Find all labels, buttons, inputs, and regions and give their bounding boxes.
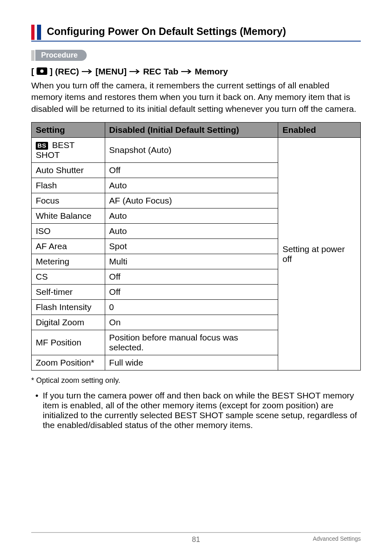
heading-accent-blue xyxy=(37,25,41,40)
bracket-close: ] xyxy=(50,67,53,76)
cell-setting: AF Area xyxy=(32,239,105,254)
heading-underline xyxy=(31,41,361,42)
path-rec-tab: REC Tab xyxy=(143,67,178,76)
heading-accent-red xyxy=(31,25,35,40)
cell-disabled: Position before manual focus was selecte… xyxy=(105,330,278,355)
cell-disabled: Full wide xyxy=(105,355,278,370)
path-memory: Memory xyxy=(195,67,228,76)
procedure-label: Procedure xyxy=(35,50,87,61)
bracket-open: [ xyxy=(31,67,34,76)
cell-setting: CS xyxy=(32,269,105,285)
footer-divider xyxy=(31,532,361,533)
page-number: 81 xyxy=(192,535,200,544)
arrow-icon xyxy=(181,67,192,76)
section-title: Configuring Power On Default Settings (M… xyxy=(47,25,361,40)
cell-disabled: Spot xyxy=(105,239,278,254)
col-enabled: Enabled xyxy=(278,123,361,138)
cell-setting: Self-timer xyxy=(32,285,105,300)
section-heading-wrap: Configuring Power On Default Settings (M… xyxy=(31,25,361,40)
path-menu: [MENU] xyxy=(95,67,127,76)
cell-setting: Auto Shutter xyxy=(32,163,105,178)
cell-disabled: Off xyxy=(105,163,278,178)
arrow-icon xyxy=(129,67,141,76)
rec-label: (REC) xyxy=(55,67,79,76)
cell-disabled: AF (Auto Focus) xyxy=(105,193,278,208)
arrow-icon xyxy=(81,67,93,76)
cell-setting: White Balance xyxy=(32,208,105,224)
cell-disabled: Auto xyxy=(105,208,278,224)
cell-disabled: On xyxy=(105,315,278,330)
intro-paragraph: When you turn off the camera, it remembe… xyxy=(31,80,361,115)
bs-badge-icon: BS xyxy=(36,142,48,150)
memory-settings-table: Setting Disabled (Initial Default Settin… xyxy=(31,122,361,370)
cell-setting: MF Position xyxy=(32,330,105,355)
cell-disabled: Off xyxy=(105,285,278,300)
camera-icon xyxy=(37,67,47,75)
cell-setting: BS BEST SHOT xyxy=(32,138,105,163)
table-header-row: Setting Disabled (Initial Default Settin… xyxy=(32,123,361,138)
cell-disabled: Snapshot (Auto) xyxy=(105,138,278,163)
footer-section-label: Advanced Settings xyxy=(313,535,361,542)
col-disabled: Disabled (Initial Default Setting) xyxy=(105,123,278,138)
cell-setting: Zoom Position* xyxy=(32,355,105,370)
col-setting: Setting xyxy=(32,123,105,138)
note-list: If you turn the camera power off and the… xyxy=(31,391,361,430)
cell-setting: Flash xyxy=(32,178,105,193)
footnote: * Optical zoom setting only. xyxy=(31,376,361,385)
procedure-accent-bar xyxy=(31,50,35,61)
cell-disabled: Auto xyxy=(105,224,278,239)
cell-setting: Metering xyxy=(32,254,105,269)
cell-disabled: Multi xyxy=(105,254,278,269)
cell-setting: Focus xyxy=(32,193,105,208)
cell-disabled: Off xyxy=(105,269,278,285)
cell-disabled: Auto xyxy=(105,178,278,193)
page-footer: 81 Advanced Settings xyxy=(31,532,361,544)
cell-enabled: Setting at power off xyxy=(278,138,361,370)
cell-setting: ISO xyxy=(32,224,105,239)
cell-setting: Digital Zoom xyxy=(32,315,105,330)
note-item: If you turn the camera power off and the… xyxy=(35,391,361,430)
navigation-path: [] (REC) [MENU] REC Tab Memory xyxy=(31,67,361,76)
cell-disabled: 0 xyxy=(105,300,278,315)
procedure-heading: Procedure xyxy=(31,50,361,61)
table-row: BS BEST SHOT Snapshot (Auto) Setting at … xyxy=(32,138,361,163)
cell-setting: Flash Intensity xyxy=(32,300,105,315)
